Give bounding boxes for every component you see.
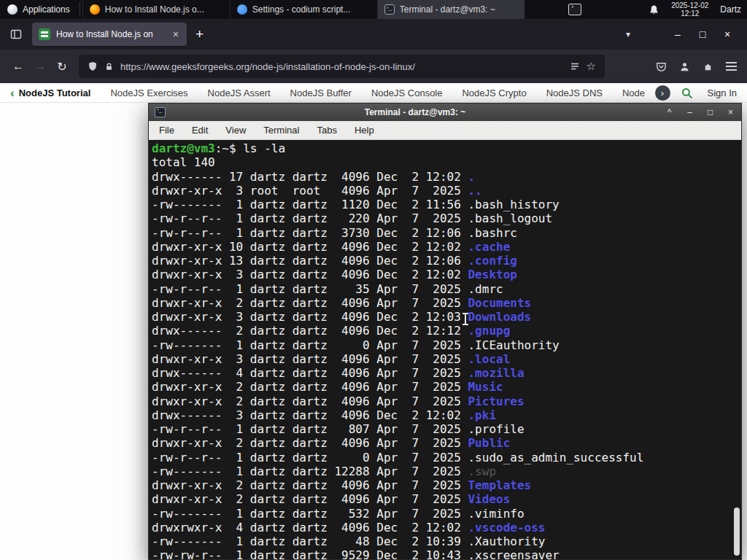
terminal-icon: [155, 107, 166, 117]
terminal-file-line: -rw-r--r-- 1 dartz dartz 3730 Dec 2 12:0…: [152, 226, 741, 240]
terminal-menu-terminal[interactable]: Terminal: [263, 125, 299, 136]
terminal-file-line: drwxr-xr-x 2 dartz dartz 4096 Apr 7 2025…: [152, 436, 741, 450]
window-controls: ▾ – □ ×: [626, 28, 740, 40]
terminal-file-line: drwxr-xr-x 2 dartz dartz 4096 Apr 7 2025…: [152, 296, 741, 310]
browser-minimize-button[interactable]: –: [665, 28, 690, 40]
applications-label: Applications: [23, 4, 70, 15]
terminal-file-line: -rw------- 1 dartz dartz 12288 Apr 7 202…: [152, 464, 741, 478]
clock-date: 2025-12-02: [671, 1, 708, 9]
applications-icon: [7, 4, 18, 15]
terminal-minimize-button[interactable]: –: [685, 107, 694, 117]
list-tabs-icon[interactable]: ▾: [626, 29, 630, 39]
top-panel: Applications How to Install Node.js o...…: [0, 0, 747, 19]
taskbar-button-firefox[interactable]: How to Install Node.js o...: [82, 0, 230, 19]
tray-terminal-icon[interactable]: [568, 4, 581, 15]
applications-menu-button[interactable]: Applications: [0, 0, 77, 19]
shield-icon[interactable]: [88, 61, 98, 71]
terminal-file-line: drwxr-xr-x 3 root root 4096 Apr 7 2025 .…: [152, 184, 741, 198]
terminal-file-line: -rw------- 1 dartz dartz 0 Apr 7 2025 .I…: [152, 338, 741, 352]
terminal-file-line: drwxr-xr-x 10 dartz dartz 4096 Dec 2 12:…: [152, 240, 741, 254]
terminal-file-line: drwxr-xr-x 3 dartz dartz 4096 Dec 2 12:0…: [152, 310, 741, 324]
back-button[interactable]: ←: [7, 60, 29, 73]
tab-close-icon[interactable]: ×: [171, 28, 180, 40]
terminal-file-line: drwxr-xr-x 2 dartz dartz 4096 Apr 7 2025…: [152, 492, 741, 506]
system-tray: 2025-12-02 12:12 Dartz: [568, 0, 747, 19]
site-nav-link[interactable]: NodeJS Assert: [208, 88, 271, 98]
terminal-file-line: drwx------ 4 dartz dartz 4096 Apr 7 2025…: [152, 366, 741, 380]
clock[interactable]: 2025-12-02 12:12: [671, 1, 708, 18]
site-nav-link[interactable]: NodeJS Buffer: [290, 88, 352, 98]
terminal-menu-tabs[interactable]: Tabs: [317, 125, 336, 136]
terminal-close-button[interactable]: ×: [726, 107, 735, 117]
chevron-right-icon: ›: [661, 88, 664, 98]
sign-in-button[interactable]: Sign In: [708, 88, 737, 98]
new-tab-button[interactable]: +: [196, 26, 204, 42]
clock-time: 12:12: [681, 9, 699, 18]
extensions-puzzle-icon[interactable]: [703, 61, 713, 72]
bookmark-star-icon[interactable]: ☆: [587, 60, 596, 73]
terminal-file-line: drwxr-xr-x 2 dartz dartz 4096 Apr 7 2025…: [152, 380, 741, 394]
toolbar-icons: [656, 61, 740, 72]
terminal-menu-edit[interactable]: Edit: [192, 125, 208, 136]
browser-maximize-button[interactable]: □: [690, 28, 715, 40]
terminal-file-line: -rw-r--r-- 1 dartz dartz 807 Apr 7 2025 …: [152, 422, 741, 436]
search-icon[interactable]: [681, 87, 693, 99]
reader-view-icon[interactable]: [570, 61, 580, 71]
taskbar-button-label: Settings - codium script...: [252, 4, 351, 15]
site-nav-link[interactable]: NodeJS Exercises: [110, 88, 187, 98]
site-nav-bar: ‹ NodeJS TutorialNodeJS ExercisesNodeJS …: [0, 83, 747, 103]
browser-tab[interactable]: How to Install Node.js on ×: [32, 23, 187, 46]
url-bar[interactable]: https://www.geeksforgeeks.org/node-js/in…: [79, 55, 605, 78]
site-nav-link[interactable]: NodeJS Tutorial: [19, 88, 91, 98]
codium-icon: [237, 4, 247, 15]
menu-hamburger-icon[interactable]: [726, 62, 737, 71]
pocket-icon[interactable]: [656, 61, 667, 72]
terminal-window: Terminal - dartz@vm3: ~ ^ – □ × FileEdit…: [148, 103, 742, 560]
terminal-shade-button[interactable]: ^: [665, 107, 674, 117]
terminal-scrollbar[interactable]: [734, 508, 740, 556]
site-nav-link[interactable]: Node: [622, 88, 645, 98]
site-nav-link[interactable]: NodeJS Crypto: [462, 88, 526, 98]
terminal-prompt-line: dartz@vm3:~$ ls -la: [152, 141, 741, 155]
terminal-titlebar[interactable]: Terminal - dartz@vm3: ~ ^ – □ ×: [149, 104, 741, 121]
taskbar-button-terminal[interactable]: Terminal - dartz@vm3: ~: [377, 0, 525, 19]
forward-button[interactable]: →: [29, 60, 51, 73]
reload-button[interactable]: ↻: [51, 60, 73, 74]
terminal-window-controls: ^ – □ ×: [665, 107, 735, 117]
notifications-bell-icon[interactable]: [649, 4, 659, 15]
lock-icon[interactable]: [104, 62, 114, 71]
site-nav-link[interactable]: NodeJS Console: [371, 88, 443, 98]
terminal-menubar: FileEditViewTerminalTabsHelp: [149, 121, 741, 140]
terminal-file-line: -rw-r--r-- 1 dartz dartz 35 Apr 7 2025 .…: [152, 282, 741, 296]
terminal-file-line: drwxr-xr-x 2 dartz dartz 4096 Apr 7 2025…: [152, 478, 741, 492]
terminal-file-line: -rw-rw-r-- 1 dartz dartz 9529 Dec 2 10:4…: [152, 548, 741, 559]
terminal-file-line: drwxr-xr-x 13 dartz dartz 4096 Dec 2 12:…: [152, 254, 741, 268]
taskbar-button-codium[interactable]: Settings - codium script...: [230, 0, 377, 19]
user-menu[interactable]: Dartz: [720, 4, 741, 15]
nav-scroll-left-icon[interactable]: ‹: [10, 87, 15, 99]
terminal-file-line: -rw-r--r-- 1 dartz dartz 0 Apr 7 2025 .s…: [152, 451, 741, 464]
nav-scroll-right-button[interactable]: ›: [655, 85, 670, 101]
terminal-file-line: drwxr-xr-x 3 dartz dartz 4096 Apr 7 2025…: [152, 352, 741, 366]
url-text: https://www.geeksforgeeks.org/node-js/in…: [120, 61, 563, 72]
site-nav-links: NodeJS TutorialNodeJS ExercisesNodeJS As…: [19, 88, 652, 98]
terminal-file-line: -rw------- 1 dartz dartz 1120 Dec 2 11:5…: [152, 198, 741, 211]
terminal-file-line: drwxrwxr-x 4 dartz dartz 4096 Dec 2 12:0…: [152, 521, 741, 534]
terminal-file-line: drwx------ 2 dartz dartz 4096 Dec 2 12:1…: [152, 324, 741, 338]
terminal-menu-file[interactable]: File: [159, 125, 174, 136]
tab-bar: How to Install Node.js on × + ▾ – □ ×: [0, 19, 747, 50]
terminal-menu-view[interactable]: View: [225, 125, 246, 136]
terminal-title: Terminal - dartz@vm3: ~: [166, 107, 665, 117]
terminal-menu-help[interactable]: Help: [355, 125, 374, 136]
firefox-icon: [90, 4, 100, 15]
browser-close-button[interactable]: ×: [715, 28, 740, 40]
terminal-maximize-button[interactable]: □: [705, 107, 715, 117]
terminal-total-line: total 140: [152, 155, 741, 169]
taskbar-button-label: How to Install Node.js o...: [105, 4, 204, 15]
firefox-view-icon[interactable]: [10, 28, 22, 40]
account-icon[interactable]: [679, 61, 690, 72]
site-nav-link[interactable]: NodeJS DNS: [546, 88, 603, 98]
terminal-file-line: drwx------ 3 dartz dartz 4096 Dec 2 12:0…: [152, 408, 741, 422]
terminal-icon: [384, 4, 395, 15]
terminal-file-line: drwxr-xr-x 3 dartz dartz 4096 Dec 2 12:0…: [152, 268, 741, 281]
